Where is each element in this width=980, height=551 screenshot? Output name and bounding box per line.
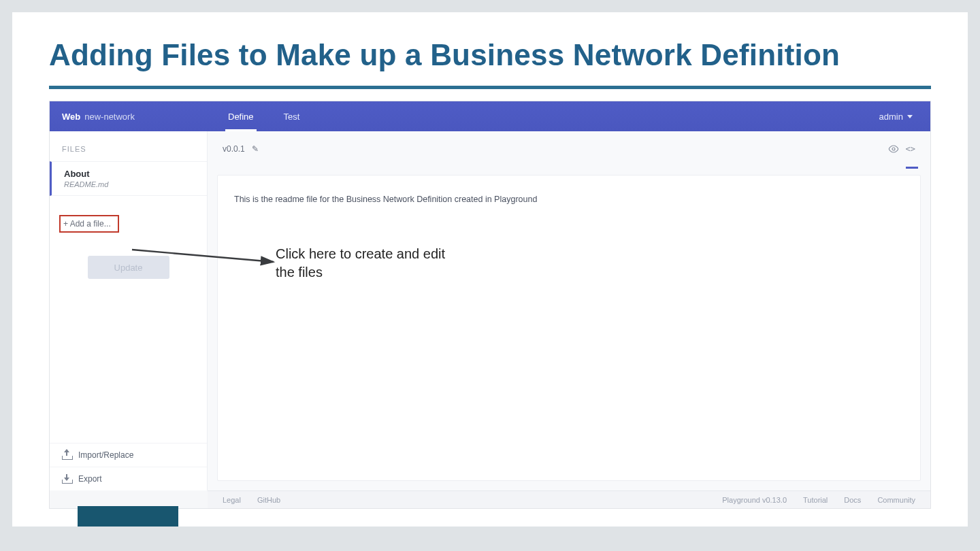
footer-link-legal[interactable]: Legal xyxy=(223,496,241,504)
tab-define[interactable]: Define xyxy=(213,101,269,131)
import-replace-link[interactable]: Import/Replace xyxy=(50,443,207,467)
nav-tabs: Define Test xyxy=(213,101,314,131)
export-link[interactable]: Export xyxy=(50,467,207,490)
sidebar: FILES About README.md + Add a file... Up… xyxy=(50,131,208,490)
download-icon xyxy=(62,474,71,484)
tab-test-label: Test xyxy=(284,112,300,122)
slide-accent-block xyxy=(78,506,178,527)
version-label: v0.0.1 xyxy=(223,144,245,154)
slide-container: Adding Files to Make up a Business Netwo… xyxy=(12,12,968,527)
footer-link-tutorial[interactable]: Tutorial xyxy=(803,496,828,504)
main-panel: v0.0.1 ✎ <> This is the readme file for … xyxy=(208,131,930,490)
user-menu[interactable]: admin xyxy=(879,112,930,122)
eye-icon[interactable] xyxy=(888,145,899,153)
footer-link-community[interactable]: Community xyxy=(877,496,915,504)
brand-web-label: Web xyxy=(62,112,80,122)
footer-playground-version: Playground v0.13.0 xyxy=(722,496,787,504)
tab-test[interactable]: Test xyxy=(269,101,315,131)
file-item-secondary: README.md xyxy=(64,180,195,188)
footer-link-docs[interactable]: Docs xyxy=(844,496,861,504)
view-toggle-underline xyxy=(906,167,918,169)
file-item-about[interactable]: About README.md xyxy=(50,161,207,196)
annotation-arrow xyxy=(127,246,283,270)
readme-body-text: This is the readme file for the Business… xyxy=(218,176,920,223)
app-screenshot: Web new-network Define Test admin FILES xyxy=(49,101,931,509)
chevron-down-icon xyxy=(907,115,913,118)
annotation-text: Click here to create and edit the files xyxy=(276,245,453,282)
slide-title: Adding Files to Make up a Business Netwo… xyxy=(49,38,840,72)
tab-define-label: Define xyxy=(228,112,254,122)
upload-icon xyxy=(62,450,71,460)
user-name-label: admin xyxy=(879,112,903,122)
main-header: v0.0.1 ✎ <> xyxy=(208,131,930,167)
svg-line-1 xyxy=(132,250,274,262)
editor-card: This is the readme file for the Business… xyxy=(217,175,921,481)
footer-link-github[interactable]: GitHub xyxy=(257,496,280,504)
code-icon[interactable]: <> xyxy=(906,144,915,154)
file-item-primary: About xyxy=(64,169,195,179)
brand-block[interactable]: Web new-network xyxy=(50,112,213,122)
export-label: Export xyxy=(78,474,102,484)
brand-network-name: new-network xyxy=(84,112,135,122)
add-file-button[interactable]: + Add a file... xyxy=(59,215,119,233)
files-heading: FILES xyxy=(50,131,207,161)
title-rule xyxy=(49,86,931,89)
top-navbar: Web new-network Define Test admin xyxy=(50,101,930,131)
footer-bar: Legal GitHub Playground v0.13.0 Tutorial… xyxy=(208,490,930,508)
svg-point-0 xyxy=(892,148,895,150)
import-replace-label: Import/Replace xyxy=(78,450,133,460)
pencil-icon[interactable]: ✎ xyxy=(252,144,259,154)
